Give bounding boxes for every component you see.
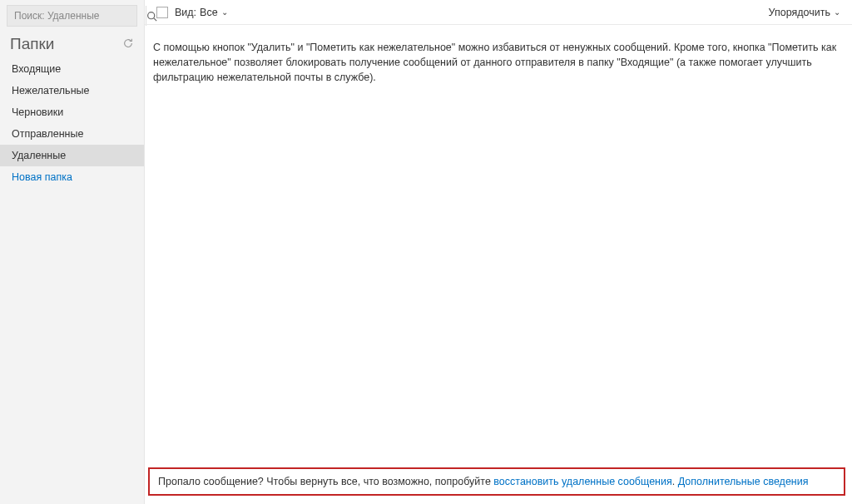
sidebar-item-drafts[interactable]: Черновики xyxy=(0,101,144,123)
sidebar-item-inbox[interactable]: Входящие xyxy=(0,58,144,80)
help-text: С помощью кнопок "Удалить" и "Пометить к… xyxy=(153,40,837,85)
folder-list: Входящие Нежелательные Черновики Отправл… xyxy=(0,58,144,188)
chevron-down-icon: ⌄ xyxy=(221,7,228,17)
sidebar-item-sent[interactable]: Отправленные xyxy=(0,123,144,145)
recover-prefix: Пропало сообщение? Чтобы вернуть все, чт… xyxy=(158,476,493,487)
folders-title: Папки xyxy=(10,35,54,53)
content-area: С помощью кнопок "Удалить" и "Пометить к… xyxy=(145,25,852,504)
sidebar-new-folder[interactable]: Новая папка xyxy=(0,166,144,188)
sort-label: Упорядочить xyxy=(769,7,830,18)
search-container xyxy=(7,5,137,27)
toolbar: Вид: Все ⌄ Упорядочить ⌄ xyxy=(145,0,852,25)
select-all-checkbox[interactable] xyxy=(156,7,168,18)
more-info-link[interactable]: Дополнительные сведения xyxy=(678,476,809,487)
sidebar-item-deleted[interactable]: Удаленные xyxy=(0,145,144,166)
folders-header: Папки xyxy=(0,33,144,58)
view-filter[interactable]: Вид: Все ⌄ xyxy=(175,7,228,18)
view-filter-label: Вид: xyxy=(175,7,196,18)
search-input[interactable] xyxy=(7,10,146,22)
recover-period: . xyxy=(672,476,678,487)
sort-button[interactable]: Упорядочить ⌄ xyxy=(769,7,840,18)
recover-link[interactable]: восстановить удаленные сообщения xyxy=(493,476,671,487)
main: Вид: Все ⌄ Упорядочить ⌄ С помощью кнопо… xyxy=(145,0,852,504)
sidebar: Папки Входящие Нежелательные Черновики О… xyxy=(0,0,145,504)
refresh-icon[interactable] xyxy=(122,37,134,52)
toolbar-left: Вид: Все ⌄ xyxy=(156,7,228,18)
recover-bar: Пропало сообщение? Чтобы вернуть все, чт… xyxy=(148,467,845,496)
sidebar-item-junk[interactable]: Нежелательные xyxy=(0,80,144,101)
view-filter-value: Все xyxy=(200,7,218,18)
chevron-down-icon: ⌄ xyxy=(834,7,840,17)
app-root: Папки Входящие Нежелательные Черновики О… xyxy=(0,0,852,504)
